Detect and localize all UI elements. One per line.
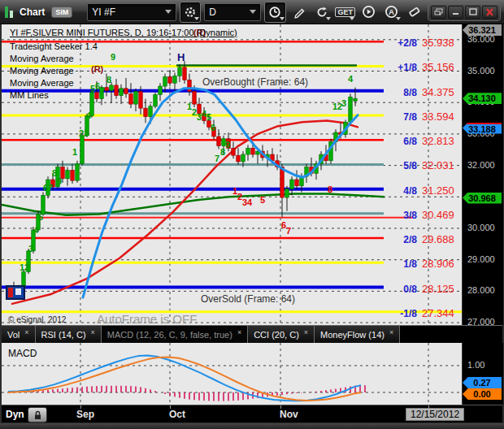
- candle-body: [110, 85, 114, 91]
- seeker-count-red: 8: [328, 184, 332, 194]
- draw-button[interactable]: [289, 2, 309, 22]
- macd-histogram-bar: [320, 391, 322, 392]
- macd-panel[interactable]: [2, 343, 462, 405]
- macd-histogram-bar: [62, 388, 63, 392]
- play-button[interactable]: [358, 2, 378, 22]
- copyright-label: © eSignal, 2012: [8, 315, 67, 324]
- price-tick: 35.000: [467, 66, 495, 76]
- price-scale[interactable]: 36.00035.00034.00033.00032.00031.00030.0…: [462, 24, 503, 325]
- candle-body: [349, 97, 353, 122]
- candle-body: [237, 155, 241, 162]
- macd-histogram-bar: [81, 387, 83, 392]
- close-icon: [485, 8, 494, 16]
- candle-body: [178, 67, 182, 76]
- settings-button[interactable]: [180, 2, 201, 23]
- symbol-combo[interactable]: YI #F: [87, 3, 176, 21]
- tab-vol[interactable]: Vol×: [2, 326, 36, 343]
- candle-body: [154, 95, 158, 106]
- get-data-button[interactable]: GET: [335, 2, 355, 22]
- reload-button[interactable]: [312, 2, 332, 22]
- candle-body: [149, 106, 153, 117]
- macd-scale: 1.000.270.00: [462, 343, 503, 405]
- macd-badge: 0.00: [463, 388, 502, 400]
- axis-tick: [170, 405, 171, 409]
- tab-close-icon[interactable]: ×: [237, 328, 241, 336]
- candle-body: [129, 93, 133, 104]
- close-button[interactable]: [482, 6, 497, 19]
- macd-histogram-bar: [169, 392, 171, 396]
- seeker-count-green: 12: [20, 262, 29, 272]
- macd-histogram-bar: [203, 392, 205, 401]
- macd-histogram-bar: [276, 392, 278, 396]
- seeker-count-green: 8: [106, 75, 111, 84]
- minimize-button[interactable]: [448, 6, 463, 19]
- candle-body: [76, 164, 80, 181]
- get-label: GET: [335, 7, 355, 17]
- tab-close-icon[interactable]: ×: [24, 328, 28, 336]
- macd-histogram-bar: [242, 392, 244, 400]
- tab-macd[interactable]: MACD (12, 26, C, 9, false, true)×: [102, 326, 248, 343]
- macd-histogram-bar: [135, 387, 137, 392]
- chevron-down-icon: [280, 17, 285, 20]
- macd-histogram-bar: [213, 392, 215, 401]
- seeker-count-green: 67: [43, 183, 53, 193]
- macd-histogram-bar: [291, 392, 293, 394]
- interval-combo[interactable]: D: [204, 3, 261, 21]
- candle-body: [285, 189, 289, 197]
- candle-body: [168, 76, 172, 83]
- chevron-down-icon: [194, 17, 199, 20]
- price-chart[interactable]: 123456789123456789123456789123412345678H…: [2, 24, 462, 325]
- restore-window-button[interactable]: [431, 6, 446, 19]
- maximize-icon: [469, 8, 477, 15]
- candle-body: [105, 88, 109, 91]
- price-tick: 32.000: [467, 160, 495, 170]
- candle-body: [280, 167, 285, 198]
- macd-histogram-bar: [145, 388, 146, 392]
- padlock-icon: [33, 410, 42, 420]
- month-label-sep: Sep: [76, 409, 94, 420]
- candle-body: [251, 148, 255, 154]
- candle-body: [232, 148, 236, 155]
- tab-cci[interactable]: CCI (20, C)×: [248, 326, 315, 343]
- tab-moneyflow[interactable]: MoneyFlow (14)×: [315, 326, 400, 343]
- window-frame-bottom: [0, 423, 504, 429]
- macd-histogram-bar: [86, 387, 88, 392]
- seeker-count-green: 7: [100, 86, 105, 96]
- candle-body: [354, 98, 358, 101]
- price-badge: 30.968: [463, 193, 502, 204]
- axis-tick: [428, 405, 429, 409]
- time-template-button[interactable]: [264, 2, 285, 23]
- eraser-button[interactable]: [405, 2, 424, 22]
- tab-rsi[interactable]: RSI (14, C)×: [36, 326, 102, 343]
- chevron-down-icon: [396, 17, 401, 20]
- price-badge: 34.130: [463, 93, 502, 104]
- titlebar: Chart SIM YI #F D GET: [0, 0, 504, 24]
- macd-badge: 0.27: [463, 377, 502, 388]
- minimize-icon: [452, 8, 460, 15]
- macd-histogram-bar: [228, 392, 229, 401]
- moving-average-red: [12, 121, 358, 304]
- restore-icon: [434, 8, 443, 16]
- auto-button[interactable]: A: [381, 2, 401, 22]
- seeker-count-green: 7: [215, 154, 219, 163]
- tab-label: MoneyFlow (14): [320, 330, 385, 340]
- chart-bars-icon: [5, 6, 13, 18]
- candle-body: [134, 92, 138, 104]
- lock-button[interactable]: [28, 407, 47, 422]
- indicator-tabs: Vol×RSI (14, C)×MACD (12, 26, C, 9, fals…: [2, 325, 502, 343]
- seeker-count-green: 3: [28, 244, 33, 254]
- tab-close-icon[interactable]: ×: [389, 328, 393, 336]
- tab-label: RSI (14, C): [41, 330, 86, 340]
- macd-histogram-bar: [47, 390, 49, 392]
- tab-close-icon[interactable]: ×: [91, 328, 95, 336]
- window-title: Chart: [20, 6, 45, 18]
- tab-close-icon[interactable]: ×: [304, 328, 308, 336]
- macd-histogram-bar: [67, 388, 68, 392]
- maximize-button[interactable]: [465, 6, 480, 19]
- chevron-down-icon: [250, 10, 256, 14]
- price-tick: 28.000: [467, 285, 495, 295]
- chart-marker-logo: [7, 286, 24, 299]
- overbought-label: OverBought (Frame: 64): [202, 76, 308, 88]
- macd-histogram-bar: [325, 390, 327, 392]
- macd-histogram-bar: [232, 392, 234, 401]
